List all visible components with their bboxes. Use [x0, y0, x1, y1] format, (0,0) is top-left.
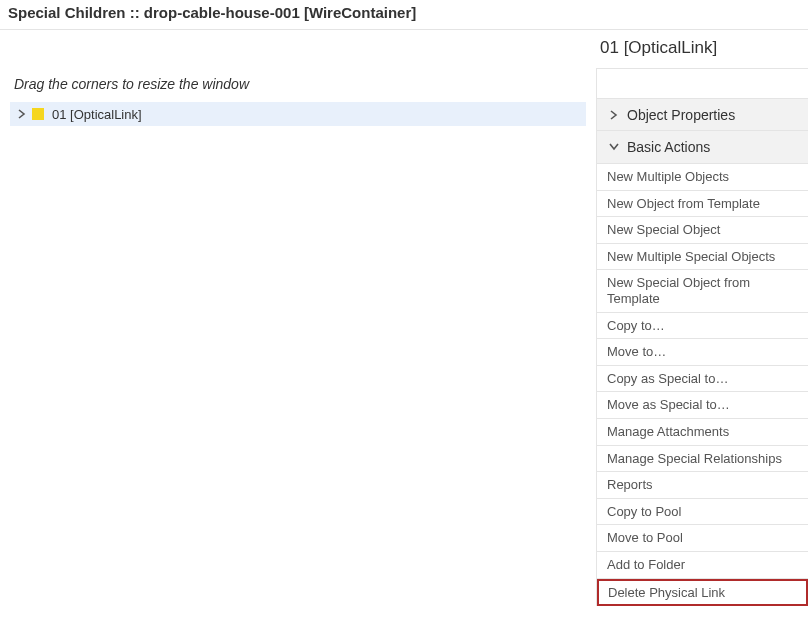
action-item[interactable]: Copy as Special to… [597, 366, 808, 393]
action-item[interactable]: New Object from Template [597, 191, 808, 218]
details-title: 01 [OpticalLink] [596, 36, 808, 68]
action-item[interactable]: Copy to… [597, 313, 808, 340]
action-item[interactable]: Add to Folder [597, 552, 808, 579]
details-toolbar [596, 68, 808, 98]
tree-pane: Drag the corners to resize the window 01… [0, 30, 596, 644]
chevron-right-icon[interactable] [14, 106, 30, 122]
action-item[interactable]: Move as Special to… [597, 392, 808, 419]
section-label: Object Properties [627, 107, 735, 123]
action-item[interactable]: Copy to Pool [597, 499, 808, 526]
tree-item-label: 01 [OpticalLink] [52, 107, 142, 122]
details-pane: 01 [OpticalLink] Object Properties Basic… [596, 30, 808, 644]
section-basic-actions[interactable]: Basic Actions [596, 131, 808, 164]
chevron-right-icon [607, 108, 621, 122]
section-label: Basic Actions [627, 139, 710, 155]
action-item[interactable]: Move to… [597, 339, 808, 366]
action-item[interactable]: Delete Physical Link [597, 579, 808, 607]
action-item[interactable]: New Multiple Special Objects [597, 244, 808, 271]
action-item[interactable]: New Special Object [597, 217, 808, 244]
chevron-down-icon [607, 140, 621, 154]
page-title: Special Children :: drop-cable-house-001… [0, 0, 808, 30]
action-item[interactable]: Manage Attachments [597, 419, 808, 446]
tree-item-opticallink[interactable]: 01 [OpticalLink] [10, 102, 586, 126]
action-item[interactable]: Manage Special Relationships [597, 446, 808, 473]
type-color-swatch [32, 108, 44, 120]
action-item[interactable]: New Special Object from Template [597, 270, 808, 312]
action-item[interactable]: Reports [597, 472, 808, 499]
action-item[interactable]: Move to Pool [597, 525, 808, 552]
resize-hint: Drag the corners to resize the window [14, 76, 586, 92]
action-item[interactable]: New Multiple Objects [597, 164, 808, 191]
basic-actions-list: New Multiple ObjectsNew Object from Temp… [596, 164, 808, 606]
section-object-properties[interactable]: Object Properties [596, 98, 808, 131]
